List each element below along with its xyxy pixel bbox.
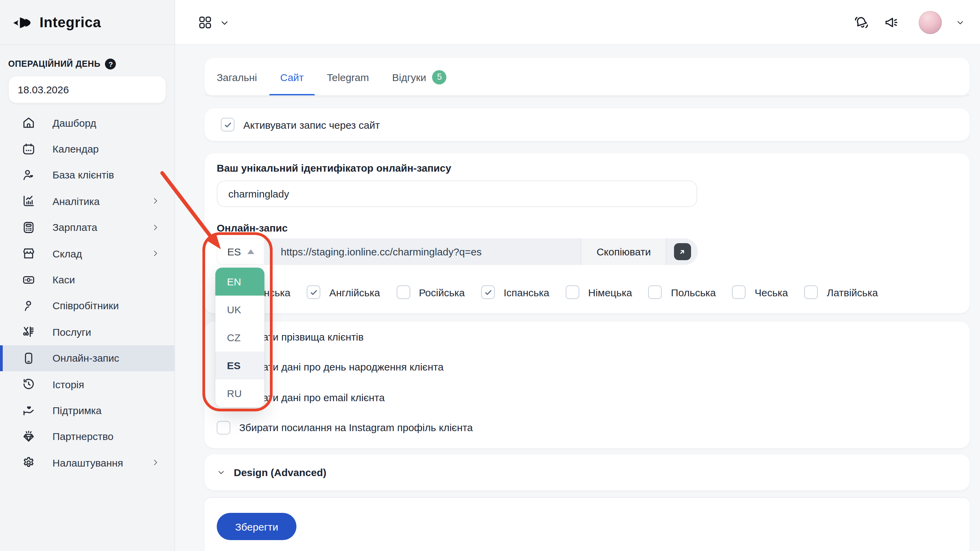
chevron-right-icon bbox=[151, 197, 159, 205]
tab-label: Telegram bbox=[327, 71, 369, 83]
save-button[interactable]: Зберегти bbox=[217, 513, 296, 540]
sidebar-item-label: Календар bbox=[52, 143, 99, 155]
analytics-chart-icon bbox=[21, 194, 36, 209]
language-option-cz: Чеська bbox=[732, 285, 788, 299]
language-option-ru[interactable]: RU bbox=[215, 380, 264, 407]
save-footer: Зберегти bbox=[204, 497, 970, 551]
language-label: Латвійська bbox=[827, 286, 878, 298]
sidebar-item-partnership[interactable]: Партнерство bbox=[0, 423, 175, 449]
apps-grid-icon[interactable] bbox=[197, 15, 213, 30]
sidebar-item-support[interactable]: Підтримка bbox=[0, 397, 175, 424]
tab-reviews[interactable]: Відгуки 5 bbox=[392, 58, 447, 96]
client-heart-icon bbox=[21, 168, 36, 183]
sidebar-item-settings[interactable]: Налаштування bbox=[0, 449, 175, 476]
tab-bar: Загальні Сайт Telegram Відгуки 5 bbox=[204, 58, 970, 96]
collect-label: Збирати посилання на Instagram профіль к… bbox=[239, 422, 473, 433]
home-icon bbox=[21, 115, 36, 130]
language-checkbox[interactable] bbox=[566, 285, 579, 299]
open-url-button[interactable] bbox=[667, 238, 698, 265]
help-icon[interactable]: ? bbox=[105, 59, 116, 70]
language-select-trigger[interactable]: ES bbox=[217, 238, 264, 265]
sidebar-item-label: Налаштування bbox=[52, 457, 123, 468]
sidebar-item-analytics[interactable]: Аналітика bbox=[0, 188, 175, 214]
sidebar-item-cash-registers[interactable]: Каси bbox=[0, 267, 175, 293]
language-option-uk[interactable]: UK bbox=[215, 295, 264, 324]
collect-surnames-row: Збирати прізвища клієнтів bbox=[204, 321, 970, 352]
smartphone-icon bbox=[21, 351, 36, 365]
language-option-es[interactable]: ES bbox=[215, 351, 264, 380]
cash-icon bbox=[21, 272, 36, 287]
sidebar-item-history[interactable]: Історія bbox=[0, 371, 175, 397]
language-option-es: Іспанська bbox=[481, 285, 549, 299]
triangle-up-icon bbox=[247, 249, 254, 254]
chevron-down-icon[interactable] bbox=[220, 17, 230, 28]
sidebar-item-dashboard[interactable]: Дашборд bbox=[0, 110, 175, 136]
main-content: Загальні Сайт Telegram Відгуки 5 Активув… bbox=[175, 45, 980, 551]
person-icon bbox=[21, 299, 36, 313]
booking-url-bar: https://staging.ionline.cc/charminglady?… bbox=[264, 238, 698, 265]
design-advanced-label: Design (Advanced) bbox=[234, 467, 326, 478]
chevron-down-icon[interactable] bbox=[956, 18, 965, 27]
sidebar: Integrica ОПЕРАЦІЙНИЙ ДЕНЬ ? 18.03.2026 … bbox=[0, 0, 175, 551]
megaphone-icon[interactable] bbox=[883, 14, 900, 31]
language-checkbox[interactable] bbox=[648, 285, 662, 299]
sidebar-item-employees[interactable]: Співробітники bbox=[0, 292, 175, 319]
tab-general[interactable]: Загальні bbox=[217, 58, 257, 96]
avatar[interactable] bbox=[919, 11, 942, 34]
history-icon bbox=[21, 376, 36, 392]
chevron-right-icon bbox=[151, 223, 159, 232]
sidebar-item-online-booking[interactable]: Онлайн-запис bbox=[0, 345, 175, 371]
sidebar-item-services[interactable]: Послуги bbox=[0, 319, 175, 345]
store-icon bbox=[21, 246, 36, 261]
sidebar-item-label: Каси bbox=[52, 274, 75, 285]
booking-url-value: https://staging.ionline.cc/charminglady?… bbox=[264, 238, 581, 265]
sidebar-item-label: Аналітика bbox=[52, 195, 100, 207]
tab-telegram[interactable]: Telegram bbox=[327, 58, 369, 96]
operational-day-date-field[interactable]: 18.03.2026 bbox=[8, 76, 166, 103]
operational-day-header: ОПЕРАЦІЙНИЙ ДЕНЬ ? bbox=[8, 59, 175, 70]
language-label: Англійська bbox=[329, 286, 380, 298]
booking-url-row: ES https://staging.ionline.cc/charmingla… bbox=[217, 238, 698, 265]
app-window: Integrica ОПЕРАЦІЙНИЙ ДЕНЬ ? 18.03.2026 … bbox=[0, 0, 980, 551]
language-option-cz[interactable]: CZ bbox=[215, 324, 264, 351]
sidebar-item-calendar[interactable]: Календар bbox=[0, 136, 175, 162]
notifications-bell-icon[interactable] bbox=[853, 14, 870, 31]
language-checkbox[interactable] bbox=[307, 285, 320, 299]
language-label: Польська bbox=[671, 286, 716, 298]
language-dropdown-panel: EN UK CZ ES RU bbox=[215, 268, 264, 407]
external-link-icon bbox=[674, 243, 691, 260]
language-option-en: Англійська bbox=[307, 285, 380, 299]
design-advanced-card[interactable]: Design (Advanced) bbox=[204, 454, 970, 491]
sidebar-item-label: Зарплата bbox=[52, 222, 97, 233]
identifier-label: Ваш унікальний ідентифікатор онлайн-запи… bbox=[217, 162, 958, 174]
sidebar-item-clients[interactable]: База клієнтів bbox=[0, 162, 175, 188]
logo-icon bbox=[10, 13, 33, 31]
operational-day-label: ОПЕРАЦІЙНИЙ ДЕНЬ bbox=[8, 59, 100, 69]
tab-site[interactable]: Сайт bbox=[280, 58, 304, 96]
brand-name: Integrica bbox=[40, 14, 101, 30]
sidebar-item-label: Послуги bbox=[52, 326, 91, 338]
language-checkbox[interactable] bbox=[396, 285, 410, 299]
language-option-ru: Російська bbox=[396, 285, 465, 299]
chevron-down-icon bbox=[217, 468, 226, 477]
activate-booking-checkbox[interactable] bbox=[221, 118, 234, 132]
reviews-count-badge: 5 bbox=[433, 70, 447, 84]
activate-booking-card: Активувати запис через сайт bbox=[204, 108, 970, 141]
language-option-de: Німецька bbox=[566, 285, 632, 299]
language-option-lv: Латвійська bbox=[805, 285, 878, 299]
sidebar-item-salary[interactable]: Зарплата bbox=[0, 214, 175, 240]
sidebar-item-label: Підтримка bbox=[52, 405, 102, 416]
copy-url-button[interactable]: Скопіювати bbox=[581, 238, 667, 265]
sidebar-item-label: Онлайн-запис bbox=[52, 352, 119, 364]
scissors-comb-icon bbox=[21, 324, 36, 340]
identifier-input[interactable] bbox=[217, 181, 697, 207]
language-checkbox[interactable] bbox=[481, 285, 495, 299]
language-checkbox[interactable] bbox=[805, 285, 818, 299]
language-checkbox[interactable] bbox=[732, 285, 746, 299]
diamond-icon bbox=[21, 429, 36, 444]
collect-checkbox[interactable] bbox=[217, 421, 230, 435]
sidebar-item-warehouse[interactable]: Склад bbox=[0, 240, 175, 267]
collect-birthday-row: Збирати дані про день народження клієнта bbox=[204, 352, 970, 382]
language-option-en[interactable]: EN bbox=[215, 268, 264, 295]
language-label: Німецька bbox=[588, 286, 632, 298]
